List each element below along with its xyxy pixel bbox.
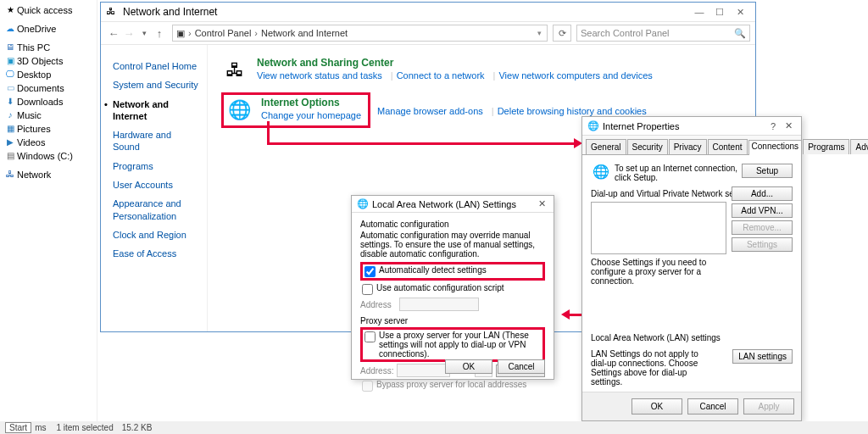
setup-text: To set up an Internet connection, click … — [615, 164, 742, 182]
tab-security[interactable]: Security — [627, 139, 668, 154]
control-panel-sidebar: Control Panel Home System and Security N… — [101, 45, 208, 331]
lan-settings-dialog: 🌐 Local Area Network (LAN) Settings ✕ Au… — [351, 195, 554, 380]
annotation-arrow-head — [561, 309, 570, 320]
link-delete-history[interactable]: Delete browsing history and cookies — [498, 106, 647, 116]
desktop-icon: 🖵 — [5, 70, 15, 79]
link-change-homepage[interactable]: Change your homepage — [261, 110, 361, 120]
close-button[interactable]: ✕ — [781, 120, 796, 131]
add-button[interactable]: Add... — [732, 186, 793, 201]
nsc-icon: 🖧 — [221, 57, 248, 84]
window-titlebar: 🖧 Network and Internet — ☐ ✕ — [101, 3, 755, 21]
dialog-tabs: General Security Privacy Content Connect… — [582, 136, 801, 155]
sidebar-item-user-accounts[interactable]: User Accounts — [113, 175, 198, 194]
tab-connections[interactable]: Connections — [748, 140, 803, 155]
tab-programs[interactable]: Programs — [803, 139, 849, 154]
lan-settings-button[interactable]: LAN settings — [732, 349, 793, 364]
link-manage-addons[interactable]: Manage browser add-ons — [377, 106, 483, 116]
sidebar-item-network-internet[interactable]: Network and Internet — [113, 95, 198, 126]
sidebar-item-programs[interactable]: Programs — [113, 157, 198, 175]
search-input[interactable]: Search Control Panel 🔍 — [576, 25, 750, 42]
maximize-button[interactable]: ☐ — [709, 4, 730, 19]
nav-music[interactable]: ♪Music — [5, 108, 92, 122]
breadcrumb[interactable]: ▣ › Control Panel › Network and Internet… — [172, 25, 548, 42]
script-address-input[interactable] — [399, 298, 479, 311]
ok-button[interactable]: OK — [445, 359, 492, 374]
status-items: 1 item selected — [56, 423, 113, 432]
help-button[interactable]: ? — [765, 121, 781, 131]
choose-settings-text: Choose Settings if you need to configure… — [591, 258, 726, 286]
use-script-checkbox[interactable]: Use automatic configuration script — [360, 282, 545, 296]
back-button[interactable]: ← — [106, 27, 121, 40]
cloud-icon: ☁ — [5, 24, 15, 33]
dialog-titlebar: 🌐 Internet Properties ? ✕ — [582, 117, 801, 136]
auto-config-label: Automatic configuration — [360, 220, 545, 229]
tab-privacy[interactable]: Privacy — [669, 139, 707, 154]
nav-3d-objects[interactable]: ▣3D Objects — [5, 54, 92, 68]
breadcrumb-current[interactable]: Network and Internet — [261, 28, 348, 38]
nav-onedrive[interactable]: ☁OneDrive — [5, 22, 92, 36]
connections-listbox[interactable] — [591, 202, 726, 254]
tab-content[interactable]: Content — [708, 139, 748, 154]
globe-icon: 🌐 — [357, 198, 369, 209]
close-button[interactable]: ✕ — [730, 4, 750, 19]
setup-button[interactable]: Setup — [742, 164, 793, 178]
sidebar-item-system-security[interactable]: System and Security — [113, 75, 198, 94]
apply-button[interactable]: Apply — [743, 398, 794, 415]
chevron-down-icon[interactable]: ▾ — [537, 29, 542, 37]
link-connect-network[interactable]: Connect to a network — [397, 70, 485, 81]
address-label: Address — [360, 300, 396, 309]
status-ms: ms — [35, 423, 46, 432]
auto-config-desc: Automatic configuration may override man… — [360, 231, 545, 259]
settings-button[interactable]: Settings — [732, 237, 793, 252]
ok-button[interactable]: OK — [632, 398, 682, 415]
start-button[interactable]: Start — [5, 422, 31, 433]
nav-downloads[interactable]: ⬇Downloads — [5, 95, 92, 108]
close-button[interactable]: ✕ — [535, 198, 548, 209]
network-icon: 🖧 — [106, 6, 118, 18]
drive-icon: ▤ — [5, 151, 15, 160]
sidebar-cp-home[interactable]: Control Panel Home — [113, 57, 198, 75]
globe-icon: 🌐 — [225, 97, 253, 124]
sidebar-item-hardware-sound[interactable]: Hardware and Sound — [113, 125, 198, 157]
forward-button[interactable]: → — [121, 27, 136, 40]
annotation-arrow — [267, 142, 574, 145]
up-button[interactable]: ↑ — [152, 27, 167, 40]
nsc-row: 🖧 Network and Sharing Center View networ… — [221, 57, 742, 84]
chevron-down-icon[interactable]: ▾ — [136, 29, 152, 37]
sidebar-item-appearance[interactable]: Appearance and Personalization — [113, 194, 198, 225]
bypass-checkbox[interactable]: Bypass proxy server for local addresses — [360, 379, 545, 392]
minimize-button[interactable]: — — [689, 4, 709, 19]
tab-general[interactable]: General — [586, 139, 626, 154]
nav-pictures[interactable]: ▦Pictures — [5, 122, 92, 136]
nsc-title[interactable]: Network and Sharing Center — [257, 57, 658, 69]
breadcrumb-icon: ▣ — [176, 28, 185, 39]
nav-quick-access[interactable]: ★Quick access — [5, 3, 92, 17]
link-view-status[interactable]: View network status and tasks — [257, 70, 382, 81]
nav-documents[interactable]: ▭Documents — [5, 81, 92, 95]
remove-button[interactable]: Remove... — [732, 220, 793, 235]
refresh-button[interactable]: ⟳ — [553, 25, 571, 42]
cancel-button[interactable]: Cancel — [687, 398, 738, 415]
nav-desktop[interactable]: 🖵Desktop — [5, 68, 92, 81]
annotation-arrow — [267, 121, 270, 143]
connections-panel: 🌐 To set up an Internet connection, clic… — [582, 155, 801, 395]
nav-this-pc[interactable]: 🖥This PC — [5, 41, 92, 54]
tab-advanced[interactable]: Advanced — [850, 139, 868, 154]
globe-wand-icon: 🌐 — [591, 164, 611, 180]
pc-icon: 🖥 — [5, 42, 15, 52]
sidebar-item-ease-of-access[interactable]: Ease of Access — [113, 244, 198, 263]
cancel-button[interactable]: Cancel — [498, 359, 545, 374]
nav-network[interactable]: 🖧Network — [5, 168, 92, 181]
auto-detect-checkbox[interactable]: Automatically detect settings — [360, 262, 545, 281]
sidebar-item-clock-region[interactable]: Clock and Region — [113, 225, 198, 244]
dialog-footer: OK Cancel Apply — [582, 392, 801, 420]
add-vpn-button[interactable]: Add VPN... — [732, 203, 793, 218]
nav-videos[interactable]: ▶Videos — [5, 136, 92, 149]
link-view-computers[interactable]: View network computers and devices — [498, 70, 652, 81]
nav-windows-c[interactable]: ▤Windows (C:) — [5, 149, 92, 163]
io-title[interactable]: Internet Options — [261, 97, 366, 108]
internet-properties-dialog: 🌐 Internet Properties ? ✕ General Securi… — [581, 116, 802, 421]
network-icon: 🖧 — [5, 170, 15, 179]
search-icon: 🔍 — [734, 28, 746, 39]
breadcrumb-root[interactable]: Control Panel — [195, 28, 252, 38]
